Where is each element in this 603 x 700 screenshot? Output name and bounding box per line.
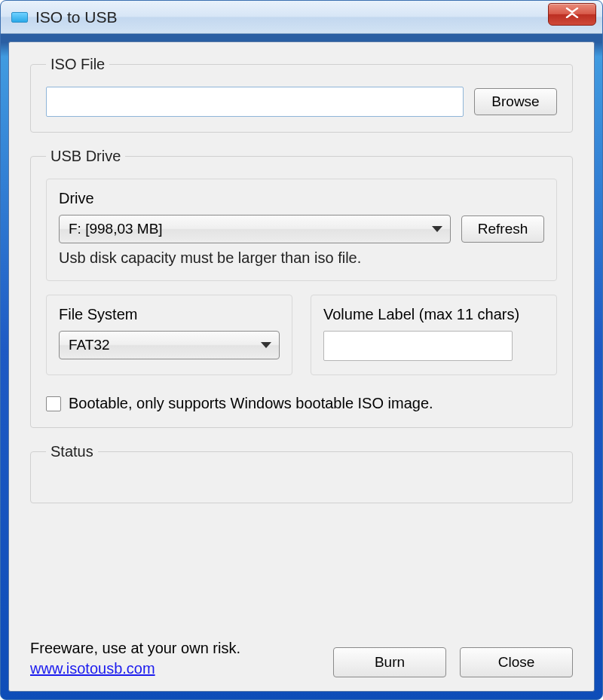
- app-icon: [11, 12, 28, 23]
- drive-hint: Usb disk capacity must be larger than is…: [59, 249, 544, 267]
- usb-drive-legend: USB Drive: [46, 148, 125, 165]
- iso-file-group: ISO File Browse: [30, 56, 573, 133]
- freeware-text: Freeware, use at your own risk.: [30, 640, 240, 657]
- filesystem-legend: File System: [59, 306, 280, 323]
- filesystem-select[interactable]: FAT32: [59, 331, 280, 359]
- filesystem-subgroup: File System FAT32: [46, 295, 292, 375]
- drive-select[interactable]: F: [998,03 MB]: [59, 215, 451, 243]
- website-link[interactable]: www.isotousb.com: [30, 660, 240, 677]
- bootable-label: Bootable, only supports Windows bootable…: [69, 395, 433, 412]
- volume-legend: Volume Label (max 11 chars): [323, 306, 544, 323]
- iso-file-legend: ISO File: [46, 56, 109, 73]
- drive-select-value: F: [998,03 MB]: [69, 221, 163, 237]
- close-icon: [565, 6, 580, 22]
- chevron-down-icon: [261, 342, 271, 348]
- volume-subgroup: Volume Label (max 11 chars): [311, 295, 557, 375]
- filesystem-select-value: FAT32: [69, 337, 110, 353]
- window-title: ISO to USB: [35, 8, 118, 26]
- window-close-button[interactable]: [548, 3, 596, 26]
- iso-path-input[interactable]: [46, 87, 464, 117]
- burn-button[interactable]: Burn: [333, 647, 446, 677]
- app-window: ISO to USB ISO File Browse USB Drive Dri…: [0, 0, 603, 700]
- status-legend: Status: [46, 443, 98, 460]
- bootable-checkbox[interactable]: [46, 396, 61, 411]
- titlebar: ISO to USB: [1, 1, 602, 34]
- close-button[interactable]: Close: [460, 647, 573, 677]
- chevron-down-icon: [432, 226, 442, 232]
- drive-subgroup: Drive F: [998,03 MB] Refresh Usb disk ca…: [46, 179, 557, 281]
- refresh-button[interactable]: Refresh: [461, 216, 544, 243]
- footer: Freeware, use at your own risk. www.isot…: [30, 632, 573, 677]
- status-group: Status: [30, 443, 573, 503]
- client-area: ISO File Browse USB Drive Drive F: [998,…: [8, 41, 595, 692]
- usb-drive-group: USB Drive Drive F: [998,03 MB] Refresh U…: [30, 148, 573, 428]
- drive-legend: Drive: [59, 190, 544, 207]
- volume-label-input[interactable]: [323, 331, 513, 361]
- browse-button[interactable]: Browse: [474, 88, 557, 115]
